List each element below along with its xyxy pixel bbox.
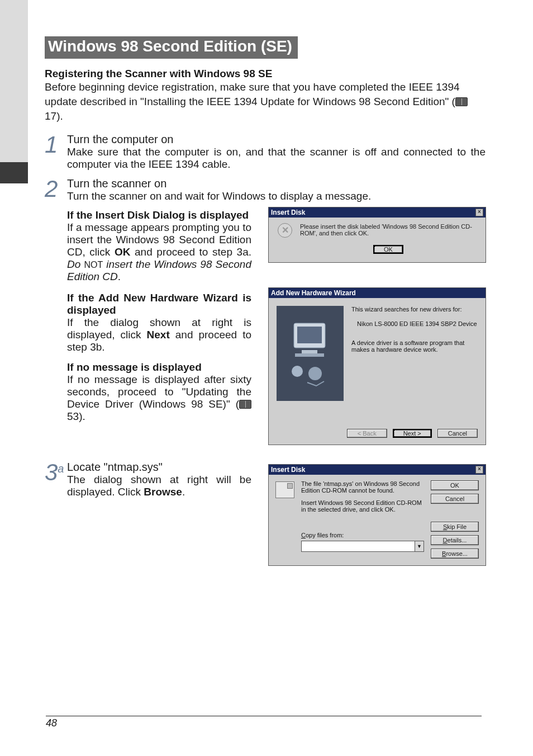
text-bold: Next: [147, 329, 170, 341]
step-number: 3a: [45, 461, 59, 566]
close-icon[interactable]: ×: [475, 466, 483, 474]
num: 3: [45, 459, 58, 485]
dialog-titlebar: Insert Disk ×: [269, 207, 486, 218]
text-bold: Browse: [144, 486, 182, 498]
text-bold: OK: [115, 246, 131, 258]
svg-rect-3: [295, 353, 324, 357]
add-hardware-wizard-dialog: Add New Hardware Wizard This wizard sear…: [268, 287, 486, 445]
text-smallcaps: NOT: [84, 260, 103, 270]
cancel-button[interactable]: Cancel: [431, 494, 479, 504]
text-frag: .: [118, 271, 121, 282]
details-button[interactable]: Details...: [431, 535, 479, 545]
section-title: Windows 98 Second Edition (SE): [45, 36, 298, 59]
sub-a-body: If a message appears prompting you to in…: [67, 221, 251, 283]
dialog-msg-1: The file 'ntmap.sys' on Windows 98 Secon…: [301, 480, 424, 494]
wizard-graphic: [277, 306, 344, 401]
back-button: < Back: [347, 429, 387, 438]
dialog-message: Please insert the disk labeled 'Windows …: [300, 223, 477, 237]
close-icon[interactable]: ×: [475, 209, 483, 216]
step-heading: Turn the scanner on: [67, 177, 486, 190]
ok-button[interactable]: OK: [373, 245, 403, 254]
dialog-msg-2: Insert Windows 98 Second Edition CD-ROM …: [301, 499, 424, 513]
sub-a-head: If the Insert Disk Dialog is displayed: [67, 209, 251, 221]
intro-text-a: Before beginning device registration, ma…: [45, 81, 460, 107]
intro-text-b: 17).: [45, 110, 63, 122]
text-frag: If no message is displayed after sixty s…: [67, 374, 251, 410]
cancel-button[interactable]: Cancel: [437, 429, 478, 438]
wizard-line3: A device driver is a software program th…: [351, 339, 478, 353]
step-number: 2: [45, 177, 59, 445]
num-suffix: a: [58, 462, 64, 475]
insert-disk-dialog-1: Insert Disk × ✕ Please insert the disk l…: [268, 207, 486, 263]
dropdown-icon[interactable]: ▼: [415, 541, 424, 552]
ok-button[interactable]: OK: [431, 480, 479, 490]
intro-paragraph: Before beginning device registration, ma…: [45, 80, 483, 124]
svg-point-5: [308, 367, 322, 380]
subsection-title: Registering the Scanner with Windows 98 …: [45, 68, 486, 80]
error-icon: ✕: [278, 223, 292, 238]
step-text: The dialog shown at right will be displa…: [67, 474, 251, 498]
step-heading: Locate "ntmap.sys": [67, 461, 251, 474]
insert-disk-dialog-2: Insert Disk × The file 'ntmap.sys' on Wi…: [268, 464, 486, 566]
dialog-titlebar: Insert Disk ×: [269, 465, 486, 475]
svg-point-4: [292, 366, 303, 377]
next-button[interactable]: Next >: [393, 429, 432, 438]
side-tab-dark: [0, 162, 28, 183]
sub-c-head: If no message is displayed: [67, 361, 251, 374]
page-number: 48: [46, 716, 482, 729]
wizard-device-name: Nikon LS-8000 ED IEEE 1394 SBP2 Device: [357, 320, 478, 327]
book-icon: [455, 97, 468, 106]
dialog-title: Insert Disk: [271, 209, 305, 216]
dialog-title: Add New Hardware Wizard: [271, 289, 356, 297]
dialog-titlebar: Add New Hardware Wizard: [269, 288, 486, 298]
dialog-title: Insert Disk: [271, 466, 305, 474]
sub-b-body: If the dialog shown at right is displaye…: [67, 316, 251, 353]
skip-file-button[interactable]: Skip File: [431, 522, 479, 532]
wizard-line1: This wizard searches for new drivers for…: [351, 306, 478, 313]
svg-rect-1: [297, 327, 322, 343]
sub-c-body: If no message is displayed after sixty s…: [67, 374, 251, 423]
text-frag: and proceed to step 3a.: [130, 246, 251, 258]
browse-button[interactable]: Browse...: [431, 549, 479, 559]
svg-rect-2: [302, 350, 317, 353]
step-text: Turn the scanner on and wait for Windows…: [67, 190, 486, 202]
text-ital: Do: [67, 258, 84, 270]
step-3a: 3a Locate "ntmap.sys" The dialog shown a…: [45, 461, 486, 566]
step-1: 1 Turn the computer on Make sure that th…: [45, 133, 486, 171]
step-text: Make sure that the computer is on, and t…: [67, 146, 486, 171]
disk-icon: [275, 481, 294, 498]
book-icon: [239, 400, 251, 409]
copy-from-label: CCopy files from:opy files from:: [301, 532, 424, 538]
copy-from-input[interactable]: [301, 541, 415, 552]
step-number: 1: [45, 133, 59, 171]
text-frag: 53).: [67, 410, 85, 422]
side-tab-grey: [0, 0, 28, 162]
text-frag: .: [182, 486, 185, 498]
step-2: 2 Turn the scanner on Turn the scanner o…: [45, 177, 486, 445]
sub-b-head: If the Add New Hardware Wizard is displa…: [67, 292, 251, 316]
step-heading: Turn the computer on: [67, 133, 486, 146]
